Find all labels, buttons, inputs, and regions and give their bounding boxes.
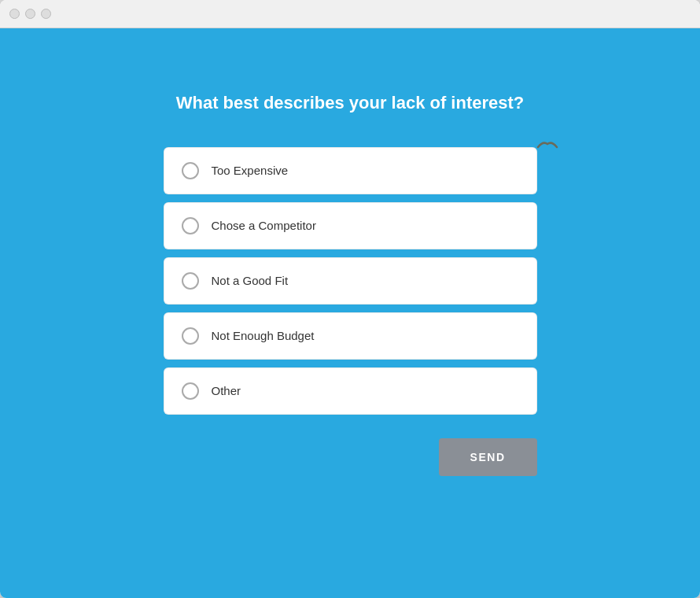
option-other[interactable]: Other — [164, 367, 537, 415]
send-button-container: SEND — [164, 438, 537, 476]
option-label-chose-competitor: Chose a Competitor — [212, 219, 316, 232]
radio-other[interactable] — [182, 382, 199, 400]
option-not-enough-budget[interactable]: Not Enough Budget — [164, 312, 537, 360]
radio-not-good-fit[interactable] — [182, 272, 199, 290]
titlebar — [0, 0, 700, 28]
send-button[interactable]: SEND — [439, 438, 537, 476]
option-label-not-enough-budget: Not Enough Budget — [212, 329, 315, 342]
radio-not-enough-budget[interactable] — [182, 327, 199, 345]
content-area: What best describes your lack of interes… — [0, 28, 700, 598]
app-window: What best describes your lack of interes… — [0, 0, 700, 598]
question-title: What best describes your lack of interes… — [176, 91, 525, 116]
close-button[interactable] — [9, 9, 20, 19]
minimize-button[interactable] — [25, 9, 35, 19]
option-label-too-expensive: Too Expensive — [212, 164, 289, 177]
radio-chose-competitor[interactable] — [182, 217, 199, 234]
options-container: Too Expensive Chose a Competitor Not a G… — [164, 147, 537, 423]
option-chose-competitor[interactable]: Chose a Competitor — [164, 202, 537, 249]
option-not-good-fit[interactable]: Not a Good Fit — [164, 257, 537, 305]
option-label-other: Other — [212, 384, 241, 397]
option-too-expensive[interactable]: Too Expensive — [164, 147, 537, 194]
option-label-not-good-fit: Not a Good Fit — [212, 274, 289, 287]
radio-too-expensive[interactable] — [182, 162, 199, 179]
maximize-button[interactable] — [41, 9, 51, 19]
bird-icon — [536, 138, 558, 159]
traffic-lights — [9, 9, 51, 19]
